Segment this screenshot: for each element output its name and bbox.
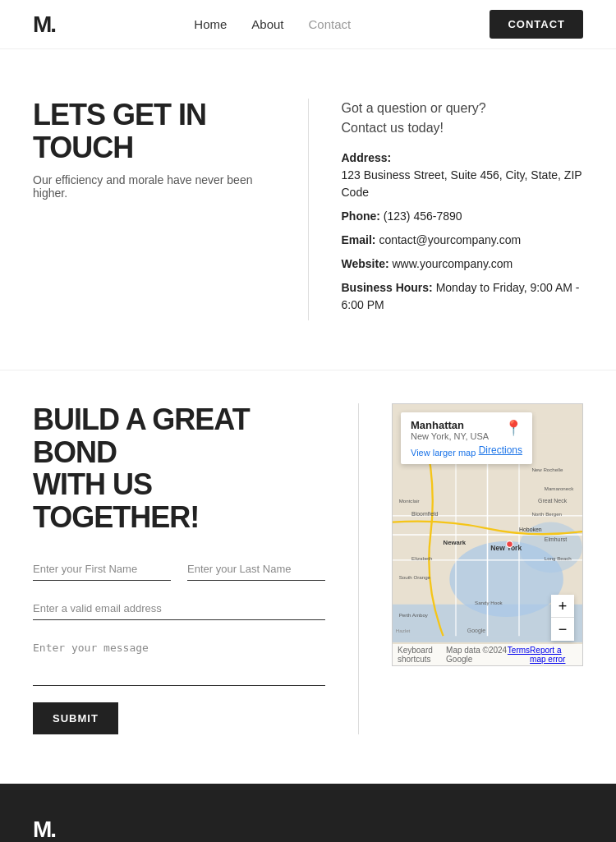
footer: M. ADDRESS 123 Business Street, Suite 45…	[0, 784, 616, 842]
map-footer: Keyboard shortcuts Map data ©2024 Google…	[393, 644, 582, 665]
keyboard-shortcuts: Keyboard shortcuts	[398, 646, 446, 664]
svg-point-25	[507, 541, 513, 548]
zoom-out-button[interactable]: −	[551, 618, 574, 641]
svg-text:Bloomfield: Bloomfield	[411, 511, 438, 517]
build-heading: BUILD A GREAT BOND WITH US TOGETHER!	[33, 403, 325, 533]
svg-text:South Orange: South Orange	[399, 574, 431, 580]
svg-text:North Bergen: North Bergen	[531, 511, 562, 517]
name-row	[33, 558, 325, 581]
submit-button[interactable]: SUBMIT	[33, 702, 118, 734]
phone-row: Phone: (123) 456-7890	[342, 208, 584, 225]
nav-home[interactable]: Home	[194, 17, 227, 31]
contact-left: LETS GET IN TOUCH Our efficiency and mor…	[33, 99, 309, 320]
report-link[interactable]: Report a map error	[530, 646, 577, 664]
email-row: Email: contact@yourcompany.com	[342, 232, 584, 249]
svg-text:Long Beach: Long Beach	[545, 555, 572, 561]
contact-right: Got a question or query? Contact us toda…	[309, 99, 584, 320]
form-left: BUILD A GREAT BOND WITH US TOGETHER! SUB…	[33, 403, 359, 734]
last-name-input[interactable]	[187, 558, 325, 581]
message-textarea[interactable]	[33, 637, 325, 686]
contact-info-section: LETS GET IN TOUCH Our efficiency and mor…	[0, 49, 616, 370]
nav-contact-button[interactable]: CONTACT	[490, 10, 583, 39]
svg-text:Sandy Hook: Sandy Hook	[475, 600, 503, 605]
map-container: Newark New York Hoboken North Bergen Eli…	[392, 403, 583, 666]
first-name-input[interactable]	[33, 558, 171, 581]
build-section: BUILD A GREAT BOND WITH US TOGETHER! SUB…	[0, 370, 616, 784]
map-info-box: Manhattan New York, NY, USA 📍 View large…	[401, 412, 532, 464]
directions-link[interactable]: Directions	[479, 444, 522, 458]
nav-about[interactable]: About	[251, 17, 283, 31]
email-input[interactable]	[33, 597, 325, 620]
nav-logo: M.	[33, 13, 55, 36]
nav-contact[interactable]: Contact	[309, 17, 352, 31]
svg-text:Elmhurst: Elmhurst	[545, 536, 567, 542]
footer-logo: M.	[33, 817, 583, 842]
zoom-in-button[interactable]: +	[551, 595, 574, 618]
contact-heading: LETS GET IN TOUCH	[33, 99, 275, 163]
svg-text:Hoboken: Hoboken	[519, 527, 542, 532]
svg-text:Great Neck: Great Neck	[538, 499, 568, 504]
svg-text:Hazlet: Hazlet	[396, 628, 411, 633]
map-data: Map data ©2024 Google	[446, 646, 508, 664]
svg-text:Perth Amboy: Perth Amboy	[399, 612, 429, 618]
address-row: Address: 123 Business Street, Suite 456,…	[342, 150, 584, 201]
map-zoom-controls: + −	[551, 595, 574, 641]
navbar: M. Home About Contact CONTACT	[0, 0, 616, 49]
website-row: Website: www.yourcompany.com	[342, 255, 584, 273]
contact-query: Got a question or query? Contact us toda…	[342, 99, 584, 138]
contact-subtext: Our efficiency and morale have never bee…	[33, 173, 275, 200]
terms-link[interactable]: Terms	[508, 646, 530, 664]
map-place-name: Manhattan	[411, 419, 489, 431]
svg-text:Google: Google	[467, 628, 485, 634]
svg-text:Newark: Newark	[444, 539, 467, 546]
nav-links: Home About Contact	[194, 17, 351, 31]
view-larger-map-link[interactable]: View larger map	[411, 448, 476, 458]
map-place-sub: New York, NY, USA	[411, 431, 489, 441]
svg-text:New Rochelle: New Rochelle	[531, 467, 563, 472]
svg-text:Mamaroneck: Mamaroneck	[545, 485, 575, 491]
svg-text:Elizabeth: Elizabeth	[411, 555, 433, 561]
svg-text:Montclair: Montclair	[399, 499, 420, 504]
map-right: Newark New York Hoboken North Bergen Eli…	[359, 403, 583, 734]
hours-row: Business Hours: Monday to Friday, 9:00 A…	[342, 279, 584, 314]
